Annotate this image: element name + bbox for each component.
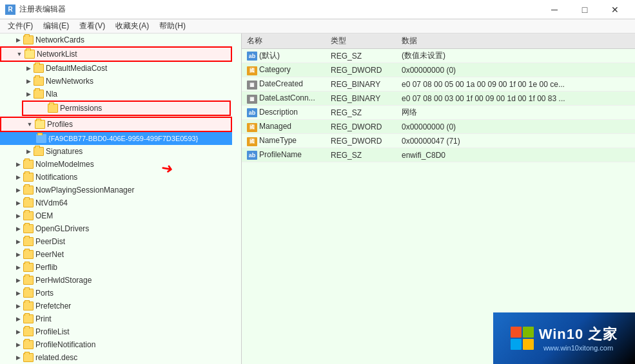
menu-view[interactable]: 查看(V) (74, 19, 110, 33)
menu-file[interactable]: 文件(F) (3, 19, 38, 33)
close-button[interactable]: ✕ (600, 0, 630, 19)
expander-networklist[interactable]: ▼ (14, 48, 24, 61)
expander-opengl[interactable]: ▶ (13, 222, 23, 235)
expander-profilelist[interactable]: ▶ (13, 325, 23, 338)
tree-item-peerdist[interactable]: ▶ PeerDist (0, 235, 241, 248)
folder-icon-peerdist (23, 237, 34, 246)
col-data: 数据 (396, 34, 635, 49)
tree-item-opengl[interactable]: ▶ OpenGLDrivers (0, 222, 241, 235)
expander-peernet[interactable]: ▶ (13, 248, 23, 261)
expander-oem[interactable]: ▶ (13, 209, 23, 222)
folder-icon-print (23, 314, 34, 323)
tree-item-nla[interactable]: ▶ Nla (0, 88, 241, 101)
table-row[interactable]: ab(默认) REG_SZ (数值未设置) (242, 49, 635, 63)
menu-help[interactable]: 帮助(H) (154, 19, 191, 33)
expander-ntvdm64[interactable]: ▶ (13, 196, 23, 209)
tree-item-ntvdm64[interactable]: ▶ NtVdm64 (0, 196, 241, 209)
cell-type: REG_DWORD (326, 120, 396, 134)
expander-nowplaying[interactable]: ▶ (13, 184, 23, 196)
expander-signatures[interactable]: ▶ (23, 145, 34, 158)
expander-print[interactable]: ▶ (13, 312, 23, 325)
folder-icon-noimemodelmes (23, 160, 34, 169)
cell-data: 网络 (396, 106, 635, 120)
main-container: ▶ NetworkCards ▼ NetworkList ▶ DefaultMe… (0, 34, 635, 364)
cell-name: abProfileName (242, 148, 326, 162)
tree-item-oem[interactable]: ▶ OEM (0, 209, 241, 222)
expander-prefetcher[interactable]: ▶ (13, 300, 23, 312)
folder-icon-signatures (34, 147, 44, 156)
tree-item-defaultmediacost[interactable]: ▶ DefaultMediaCost (0, 62, 241, 75)
folder-icon-notifications (23, 173, 34, 182)
tree-item-profilenotification[interactable]: ▶ ProfileNotification (0, 338, 241, 351)
table-row[interactable]: abDescription REG_SZ 网络 (242, 106, 635, 120)
label-permissions: Permissions (60, 104, 102, 113)
tree-item-profileguid[interactable]: {FA9CBB77-BBD0-406E-9959-499F7D3E0593} (0, 132, 232, 145)
table-row[interactable]: 國Category REG_DWORD 0x00000000 (0) (242, 63, 635, 77)
expander-profilenotification[interactable]: ▶ (13, 338, 23, 351)
label-networklist: NetworkList (37, 50, 77, 59)
cell-data: (数值未设置) (396, 49, 635, 63)
cell-type: REG_SZ (326, 106, 396, 120)
cell-type: REG_DWORD (326, 63, 396, 77)
tree-item-ports[interactable]: ▶ Ports (0, 287, 241, 300)
tree-item-perflib[interactable]: ▶ Perflib (0, 261, 241, 274)
minimize-button[interactable]: ─ (540, 0, 569, 19)
table-row[interactable]: 國Managed REG_DWORD 0x00000000 (0) (242, 120, 635, 134)
folder-icon-nowplaying (23, 186, 34, 195)
expander-ports[interactable]: ▶ (13, 287, 23, 300)
expander-perhwld[interactable]: ▶ (13, 274, 23, 287)
label-ports: Ports (35, 289, 54, 298)
maximize-button[interactable]: □ (570, 0, 600, 19)
folder-icon-profiles (35, 120, 45, 129)
tree-item-permissions[interactable]: Permissions (46, 102, 230, 115)
windows-logo (511, 327, 534, 350)
tree-item-noimemodelmes[interactable]: ▶ NoImeModelmes (0, 158, 241, 171)
expander-defaultmediacost[interactable]: ▶ (23, 62, 34, 75)
cell-data: e0 07 08 00 05 00 1a 00 09 00 1f 00 1e 0… (396, 77, 635, 91)
expander-nla[interactable]: ▶ (23, 88, 34, 101)
cell-data: enwifi_C8D0 (396, 148, 635, 162)
table-row[interactable]: ▦DateLastConn... REG_BINARY e0 07 08 00 … (242, 91, 635, 106)
expander-newnetworks[interactable]: ▶ (23, 75, 34, 88)
type-icon-dword: 國 (247, 123, 257, 132)
tree-panel[interactable]: ▶ NetworkCards ▼ NetworkList ▶ DefaultMe… (0, 34, 242, 364)
type-icon-ab: ab (247, 151, 257, 160)
table-row[interactable]: 國NameType REG_DWORD 0x00000047 (71) (242, 134, 635, 148)
menu-edit[interactable]: 编辑(E) (38, 19, 74, 33)
tree-item-networklist[interactable]: ▼ NetworkList (4, 48, 231, 61)
table-row[interactable]: ▦DateCreated REG_BINARY e0 07 08 00 05 0… (242, 77, 635, 91)
table-row[interactable]: abProfileName REG_SZ enwifi_C8D0 (242, 148, 635, 162)
cell-type: REG_BINARY (326, 77, 396, 91)
expander-profiles[interactable]: ▼ (24, 118, 35, 131)
tree-item-signatures[interactable]: ▶ Signatures (0, 145, 241, 158)
col-type: 类型 (326, 34, 396, 49)
type-icon-ab: ab (247, 108, 257, 117)
menu-favorites[interactable]: 收藏夹(A) (110, 19, 154, 33)
cell-name: ab(默认) (242, 49, 326, 63)
expander-networkcards[interactable]: ▶ (13, 34, 23, 46)
expander-relateddesc[interactable]: ▶ (13, 351, 23, 364)
cell-type: REG_DWORD (326, 134, 396, 148)
tree-item-notifications[interactable]: ▶ Notifications (0, 171, 241, 184)
tree-item-print[interactable]: ▶ Print (0, 312, 241, 325)
label-peernet: PeerNet (35, 250, 64, 259)
folder-icon-permissions (48, 104, 58, 113)
label-opengl: OpenGLDrivers (35, 224, 89, 233)
tree-item-profilelist[interactable]: ▶ ProfileList (0, 325, 241, 338)
folder-icon-oem (23, 211, 34, 220)
tree-item-prefetcher[interactable]: ▶ Prefetcher (0, 300, 241, 312)
tree-item-profiles[interactable]: ▼ Profiles (1, 118, 231, 131)
folder-icon-nla (34, 90, 44, 99)
tree-item-networkcards[interactable]: ▶ NetworkCards (0, 34, 241, 46)
expander-perflib[interactable]: ▶ (13, 261, 23, 274)
folder-icon-opengl (23, 224, 34, 233)
expander-noimemodelmes[interactable]: ▶ (13, 158, 23, 171)
tree-item-relateddesc[interactable]: ▶ related.desc (0, 351, 241, 364)
tree-item-perhwld[interactable]: ▶ PerHwldStorage (0, 274, 241, 287)
folder-icon-profilenotification (23, 340, 34, 349)
expander-notifications[interactable]: ▶ (13, 171, 23, 184)
expander-peerdist[interactable]: ▶ (13, 235, 23, 248)
tree-item-nowplaying[interactable]: ▶ NowPlayingSessionManager (0, 184, 241, 196)
tree-item-newnetworks[interactable]: ▶ NewNetworks (0, 75, 241, 88)
tree-item-peernet[interactable]: ▶ PeerNet (0, 248, 241, 261)
